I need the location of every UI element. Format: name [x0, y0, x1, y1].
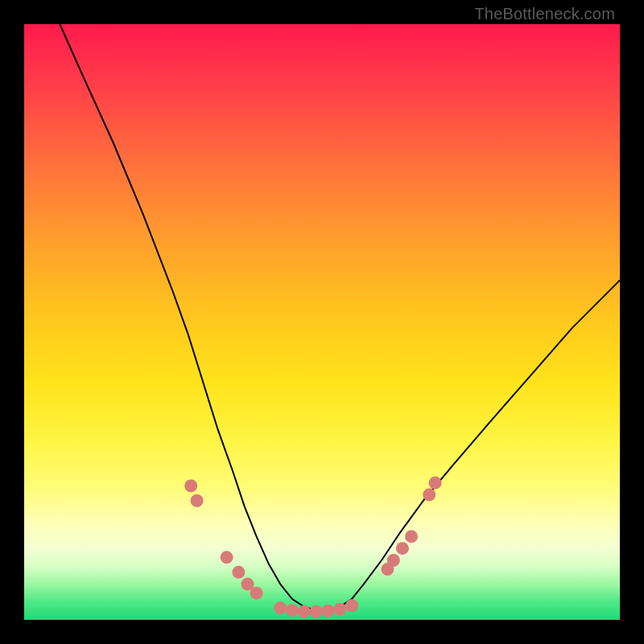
- data-marker: [191, 494, 204, 507]
- data-marker: [387, 554, 400, 567]
- data-marker: [333, 603, 346, 616]
- data-marker: [250, 587, 263, 600]
- data-marker: [396, 542, 409, 555]
- plot-area: [24, 24, 620, 620]
- chart-svg: [24, 24, 620, 620]
- data-marker: [405, 530, 418, 543]
- data-marker: [221, 551, 233, 564]
- data-marker: [423, 489, 436, 502]
- chart-frame: TheBottleneck.com: [0, 0, 644, 644]
- data-marker: [286, 604, 299, 617]
- bottleneck-curve: [60, 24, 620, 610]
- data-marker: [242, 578, 254, 591]
- data-marker: [381, 563, 394, 576]
- data-marker: [232, 566, 245, 579]
- data-marker: [310, 605, 323, 618]
- data-marker: [298, 605, 311, 618]
- data-marker: [345, 599, 358, 612]
- markers-group: [184, 477, 441, 618]
- data-marker: [184, 480, 197, 493]
- data-marker: [321, 605, 334, 617]
- data-marker: [274, 601, 287, 614]
- watermark-label: TheBottleneck.com: [474, 5, 615, 23]
- data-marker: [429, 477, 442, 489]
